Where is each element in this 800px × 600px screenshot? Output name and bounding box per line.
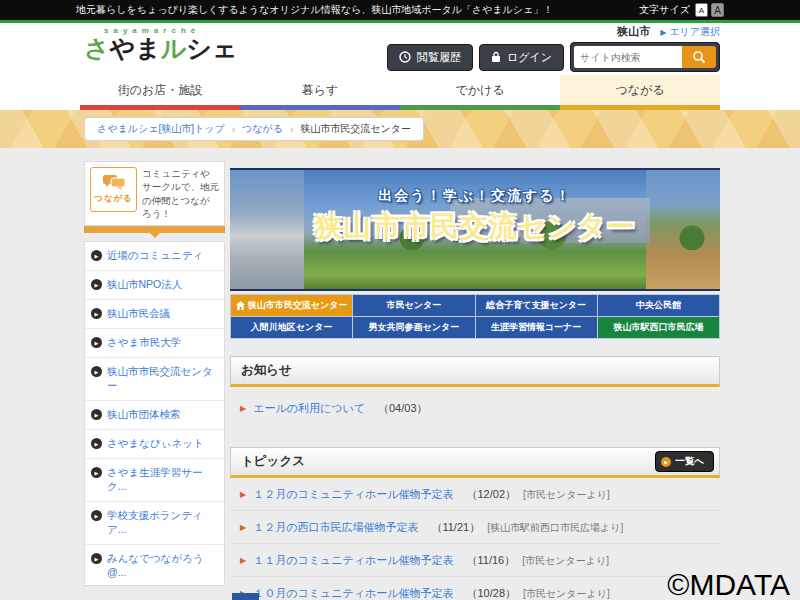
topic-link[interactable]: １１月のコミュニティホール催物予定表 xyxy=(253,553,453,568)
facility-tab-danjo-center[interactable]: 男女共同参画センター xyxy=(353,317,474,338)
breadcrumb-current: 狭山市市民交流センター xyxy=(300,122,411,136)
nav-item-shops[interactable]: 街のお店・施設 xyxy=(80,75,240,105)
facility-tab-chuo-kominkan[interactable]: 中央公民館 xyxy=(598,295,719,316)
connect-category-badge: つながる xyxy=(90,167,137,212)
sidebar: つながる コミュニティやサークルで、地元の仲間とつながろう！ ▶近場のコミュニテ… xyxy=(84,148,225,600)
site-header: sayamarché さやまルシェ 狭山市 ▶ エリア選択 閲覧履歴 xyxy=(0,23,800,75)
topic-date: （11/16） xyxy=(466,553,515,568)
nav-underline xyxy=(0,105,800,110)
circle-arrow-icon: ▶ xyxy=(91,467,102,478)
topic-source: [市民センターより] xyxy=(522,554,609,568)
sidebar-item-community[interactable]: ▶近場のコミュニティ xyxy=(85,242,224,271)
login-button[interactable]: ログイン xyxy=(479,44,564,71)
topic-link[interactable]: １２月の西口市民広場催物予定表 xyxy=(253,520,418,535)
watermark: ©MDATA xyxy=(667,568,790,600)
topics-title: トピックス xyxy=(241,454,305,468)
news-date: （04/03） xyxy=(378,401,428,416)
history-button[interactable]: 閲覧履歴 xyxy=(387,44,473,71)
topic-date: （10/28） xyxy=(466,586,516,600)
sidebar-item-shogai-gakushu[interactable]: ▶さやま生涯学習サーク... xyxy=(85,459,224,502)
main-nav: 街のお店・施設 暮らす でかける つながる xyxy=(0,75,800,105)
sidebar-item-dantai-kensaku[interactable]: ▶狭山市団体検索 xyxy=(85,401,224,430)
chevron-right-icon: › xyxy=(290,124,293,135)
news-item: ▶ エールの利用について （04/03） xyxy=(230,387,720,430)
font-size-label: 文字サイズ xyxy=(639,3,690,17)
clock-icon xyxy=(399,51,411,63)
site-logo[interactable]: sayamarché さやまルシェ xyxy=(84,26,238,61)
topic-source: [狭山市駅前西口市民広場より] xyxy=(487,521,623,535)
circle-arrow-icon: ▶ xyxy=(91,250,102,261)
sidebar-item-volunteer[interactable]: ▶学校支援ボランティア... xyxy=(85,502,224,545)
sidebar-item-minna-tsunagaro[interactable]: ▶みんなでつながろう@... xyxy=(85,545,224,585)
topic-source: [市民センターより] xyxy=(523,587,610,600)
topic-link[interactable]: １２月のコミュニティホール催物予定表 xyxy=(253,487,453,502)
chat-bubbles-icon xyxy=(102,174,126,192)
breadcrumb: さやまルシェ[狭山市]トップ › つながる › 狭山市市民交流センター xyxy=(84,117,424,141)
breadcrumb-band: さやまルシェ[狭山市]トップ › つながる › 狭山市市民交流センター xyxy=(0,110,800,148)
facility-tab-irumagawa-center[interactable]: 入間川地区センター xyxy=(231,317,352,338)
sidebar-item-nabii-net[interactable]: ▶さやまなびぃネット xyxy=(85,430,224,459)
facility-tab-koryu-center[interactable]: 狭山市市民交流センター xyxy=(231,295,352,316)
arrow-right-icon: ▶ xyxy=(240,490,246,499)
hero-catchphrase: 出会う！学ぶ！交流する！ xyxy=(230,187,720,205)
font-size-large-button[interactable]: A xyxy=(711,3,724,17)
top-bar: 地元暮らしをちょっぴり楽しくするようなオリジナル情報なら、狭山市地域ポータル「さ… xyxy=(0,0,800,20)
sidebar-item-shimin-kaigi[interactable]: ▶狭山市民会議 xyxy=(85,300,224,329)
topics-list-button[interactable]: ▶ 一覧へ xyxy=(655,451,714,472)
content-area: つながる コミュニティやサークルで、地元の仲間とつながろう！ ▶近場のコミュニテ… xyxy=(80,148,720,600)
main-column: 出会う！学ぶ！交流する！ 狭山市市民交流センター 狭山市市民交流センター 市民セ… xyxy=(230,148,720,600)
facility-tab-shogai-corner[interactable]: 生涯学習情報コーナー xyxy=(476,317,597,338)
sidebar-accent-bar xyxy=(84,226,225,233)
news-link[interactable]: エールの利用について xyxy=(253,401,365,416)
topic-item: ▶ １１月のコミュニティホール催物予定表 （11/16） [市民センターより] xyxy=(230,544,720,577)
topic-date: （12/02） xyxy=(466,487,516,502)
circle-arrow-icon: ▶ xyxy=(91,409,102,420)
arrow-right-icon: ▶ xyxy=(240,556,246,565)
circle-arrow-icon: ▶ xyxy=(91,337,102,348)
font-size-small-button[interactable]: A xyxy=(695,3,708,17)
search-icon xyxy=(692,50,706,64)
search-input[interactable] xyxy=(574,46,682,68)
chevron-right-icon: › xyxy=(232,124,235,135)
home-icon xyxy=(236,301,245,310)
facility-tab-nishiguchi-hiroba[interactable]: 狭山市駅西口市民広場 xyxy=(598,317,719,338)
sidebar-item-shimin-daigaku[interactable]: ▶さやま市民大学 xyxy=(85,329,224,358)
facility-nav: 狭山市市民交流センター 市民センター 総合子育て支援センター 中央公民館 入間川… xyxy=(230,294,720,339)
search-button[interactable] xyxy=(682,46,716,68)
promo-text: コミュニティやサークルで、地元の仲間とつながろう！ xyxy=(142,167,219,220)
news-title: お知らせ xyxy=(241,363,292,377)
circle-arrow-icon: ▶ xyxy=(91,279,102,290)
topic-item: ▶ １０月のコミュニティホール催物予定表 （10/28） [市民センターより] xyxy=(230,577,720,600)
site-tagline: 地元暮らしをちょっぴり楽しくするようなオリジナル情報なら、狭山市地域ポータル「さ… xyxy=(76,3,553,17)
news-section-header: お知らせ xyxy=(230,356,720,387)
promo-label: つながる xyxy=(94,193,133,205)
facility-tab-kosodate-center[interactable]: 総合子育て支援センター xyxy=(476,295,597,316)
sidebar-item-koryu-center[interactable]: ▶狭山市市民交流センター xyxy=(85,358,224,401)
nav-item-connect[interactable]: つながる xyxy=(560,75,720,105)
circle-arrow-icon: ▶ xyxy=(661,457,671,467)
circle-arrow-icon: ▶ xyxy=(91,308,102,319)
topic-date: （11/21） xyxy=(431,520,480,535)
cropped-element xyxy=(232,593,259,600)
topic-source: [市民センターより] xyxy=(523,488,610,502)
nav-item-living[interactable]: 暮らす xyxy=(240,75,400,105)
topics-section-header: トピックス ▶ 一覧へ xyxy=(230,447,720,478)
site-search xyxy=(570,42,720,72)
sidebar-menu: ▶近場のコミュニティ ▶狭山市NPO法人 ▶狭山市民会議 ▶さやま市民大学 ▶狭… xyxy=(84,241,225,586)
circle-arrow-icon: ▶ xyxy=(91,553,102,564)
topic-link[interactable]: １０月のコミュニティホール催物予定表 xyxy=(253,586,453,600)
breadcrumb-home-link[interactable]: さやまルシェ[狭山市]トップ xyxy=(97,122,225,136)
circle-arrow-icon: ▶ xyxy=(91,438,102,449)
topic-item: ▶ １２月のコミュニティホール催物予定表 （12/02） [市民センターより] xyxy=(230,478,720,511)
sidebar-promo: つながる コミュニティやサークルで、地元の仲間とつながろう！ xyxy=(84,161,225,226)
logo-text: さやまルシェ xyxy=(84,34,238,62)
topic-item: ▶ １２月の西口市民広場催物予定表 （11/21） [狭山市駅前西口市民広場より… xyxy=(230,511,720,544)
area-select-link[interactable]: ▶ エリア選択 xyxy=(660,25,720,39)
facility-tab-shimin-center[interactable]: 市民センター xyxy=(353,295,474,316)
arrow-right-icon: ▶ xyxy=(660,28,666,37)
region-label: 狭山市 xyxy=(617,24,650,39)
arrow-right-icon: ▶ xyxy=(240,404,246,413)
sidebar-item-npo[interactable]: ▶狭山市NPO法人 xyxy=(85,271,224,300)
nav-item-outing[interactable]: でかける xyxy=(400,75,560,105)
breadcrumb-section-link[interactable]: つながる xyxy=(242,122,283,136)
